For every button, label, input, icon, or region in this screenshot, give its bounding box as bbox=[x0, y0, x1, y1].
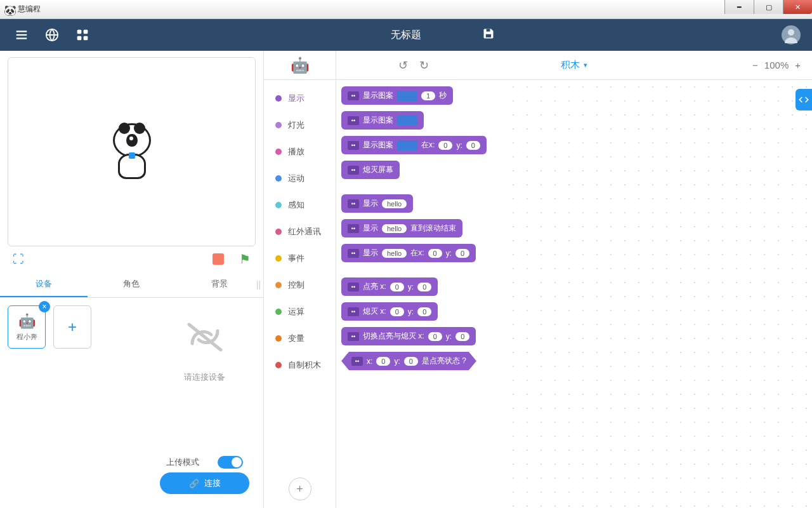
panel-drag-handle[interactable]: || bbox=[254, 279, 263, 290]
block-show-pattern[interactable]: ••显示图案 bbox=[341, 111, 424, 130]
block-light-on-xy[interactable]: ••点亮 x:0y:0 bbox=[341, 277, 438, 296]
category-item[interactable]: 红外通讯 bbox=[264, 218, 336, 245]
category-label: 灯光 bbox=[288, 119, 304, 131]
add-extension-button[interactable]: + bbox=[289, 478, 311, 500]
category-dot-icon bbox=[275, 309, 282, 315]
maximize-button[interactable]: ▢ bbox=[754, 0, 783, 14]
script-canvas[interactable] bbox=[506, 80, 812, 508]
panda-sprite bbox=[107, 123, 157, 180]
app-icon: 🐼 bbox=[4, 4, 14, 15]
fullscreen-icon[interactable]: ⛶ bbox=[13, 253, 24, 266]
undo-icon[interactable]: ↺ bbox=[398, 58, 408, 72]
green-flag-button[interactable]: ⚑ bbox=[239, 251, 251, 267]
category-dot-icon bbox=[275, 202, 282, 208]
device-remove-icon[interactable]: × bbox=[39, 301, 50, 312]
category-label: 变量 bbox=[288, 333, 304, 344]
block-toggle-xy[interactable]: ••切换点亮与熄灭 x:0y:0 bbox=[341, 327, 476, 345]
device-card[interactable]: × 🤖 程小奔 bbox=[8, 305, 46, 349]
category-label: 红外通讯 bbox=[288, 226, 321, 237]
category-dot-icon bbox=[275, 255, 282, 262]
save-icon[interactable] bbox=[482, 27, 495, 43]
block-palette: ••显示图案1秒 ••显示图案 ••显示图案在x:0y:0 ••熄灭屏幕 ••显… bbox=[336, 80, 506, 508]
workspace-panel: ↺ ↻ 积木 ▾ − 100% + ••显示图案1秒 ••显示图案 ••显示图案… bbox=[336, 51, 812, 508]
left-panel: ⛶ ⚑ 设备 角色 背景 || × 🤖 程小奔 + bbox=[0, 51, 264, 508]
codey-icon: 🤖 bbox=[291, 57, 310, 74]
block-show-text-xy[interactable]: ••显示hello在x:0y:0 bbox=[341, 244, 476, 262]
category-item[interactable]: 播放 bbox=[264, 138, 336, 165]
svg-rect-5 bbox=[84, 30, 88, 34]
robot-icon: 🤖 bbox=[18, 313, 36, 330]
block-is-lit-xy[interactable]: ••x:0y:0是点亮状态 ? bbox=[341, 352, 476, 370]
category-item[interactable]: 运动 bbox=[264, 165, 336, 192]
window-title-bar: 🐼 慧编程 ━ ▢ ✕ bbox=[0, 0, 812, 19]
add-device-button[interactable]: + bbox=[53, 305, 91, 349]
user-avatar[interactable] bbox=[782, 25, 801, 44]
category-dot-icon bbox=[275, 335, 282, 342]
zoom-level: 100% bbox=[764, 60, 789, 70]
code-toggle-tab[interactable] bbox=[796, 89, 812, 110]
category-item[interactable]: 变量 bbox=[264, 325, 336, 352]
device-list: × 🤖 程小奔 + bbox=[8, 305, 154, 500]
category-dot-icon bbox=[275, 229, 282, 235]
menu-icon[interactable] bbox=[11, 25, 32, 45]
category-label: 运算 bbox=[288, 306, 304, 318]
block-show-text[interactable]: ••显示hello bbox=[341, 194, 413, 213]
svg-point-10 bbox=[788, 29, 794, 36]
chevron-down-icon: ▾ bbox=[584, 61, 587, 69]
category-item[interactable]: 运算 bbox=[264, 298, 336, 325]
svg-rect-6 bbox=[77, 36, 82, 41]
redo-icon[interactable]: ↻ bbox=[419, 58, 429, 72]
category-dot-icon bbox=[275, 175, 282, 182]
svg-rect-8 bbox=[486, 34, 491, 37]
zoom-out-button[interactable]: − bbox=[752, 60, 758, 70]
block-turn-off-screen[interactable]: ••熄灭屏幕 bbox=[341, 161, 400, 179]
stop-button[interactable] bbox=[213, 253, 224, 265]
minimize-button[interactable]: ━ bbox=[724, 0, 754, 14]
disconnected-icon bbox=[180, 318, 230, 365]
connect-button[interactable]: 🔗 连接 bbox=[160, 472, 249, 494]
app-toolbar: 无标题 bbox=[0, 19, 812, 51]
tab-backdrops[interactable]: 背景 bbox=[176, 272, 263, 297]
svg-rect-9 bbox=[487, 29, 490, 32]
block-light-off-xy[interactable]: ••熄灭 x:0y:0 bbox=[341, 302, 438, 321]
stage-tabs: 设备 角色 背景 || bbox=[0, 272, 263, 298]
block-show-pattern-sec[interactable]: ••显示图案1秒 bbox=[341, 86, 453, 105]
svg-rect-7 bbox=[84, 36, 88, 41]
upload-mode-label: 上传模式 bbox=[166, 457, 199, 468]
category-dot-icon bbox=[275, 122, 282, 128]
category-label: 自制积木 bbox=[288, 359, 321, 371]
block-show-text-scroll[interactable]: ••显示hello直到滚动结束 bbox=[341, 219, 462, 237]
device-name: 程小奔 bbox=[16, 332, 37, 342]
mode-dropdown[interactable]: 积木 ▾ bbox=[561, 59, 587, 71]
document-title: 无标题 bbox=[391, 29, 421, 42]
category-dot-icon bbox=[275, 149, 282, 155]
category-item[interactable]: 控制 bbox=[264, 272, 336, 298]
category-item[interactable]: 显示 bbox=[264, 85, 336, 112]
category-dot-icon bbox=[275, 282, 282, 288]
category-panel: 🤖 显示灯光播放运动感知红外通讯事件控制运算变量自制积木 + bbox=[264, 51, 336, 508]
svg-rect-4 bbox=[77, 30, 82, 34]
tab-devices[interactable]: 设备 bbox=[0, 272, 88, 297]
category-label: 播放 bbox=[288, 146, 304, 157]
category-item[interactable]: 自制积木 bbox=[264, 352, 336, 378]
block-show-pattern-xy[interactable]: ••显示图案在x:0y:0 bbox=[341, 136, 487, 154]
connect-panel: 请连接设备 上传模式 🔗 连接 bbox=[154, 305, 256, 500]
category-dot-icon bbox=[275, 95, 282, 102]
category-item[interactable]: 灯光 bbox=[264, 112, 336, 138]
link-icon: 🔗 bbox=[189, 479, 199, 488]
category-label: 事件 bbox=[288, 253, 304, 264]
category-label: 感知 bbox=[288, 199, 304, 211]
category-dot-icon bbox=[275, 362, 282, 368]
category-label: 控制 bbox=[288, 279, 304, 291]
close-button[interactable]: ✕ bbox=[783, 0, 812, 14]
upload-mode-toggle[interactable] bbox=[218, 456, 243, 469]
globe-icon[interactable] bbox=[42, 25, 62, 45]
category-label: 显示 bbox=[288, 93, 304, 104]
app-title: 慧编程 bbox=[18, 4, 41, 15]
zoom-in-button[interactable]: + bbox=[795, 60, 801, 70]
apps-icon[interactable] bbox=[72, 25, 93, 45]
category-item[interactable]: 事件 bbox=[264, 245, 336, 272]
category-item[interactable]: 感知 bbox=[264, 192, 336, 218]
stage[interactable] bbox=[8, 57, 256, 246]
tab-sprites[interactable]: 角色 bbox=[88, 272, 175, 297]
